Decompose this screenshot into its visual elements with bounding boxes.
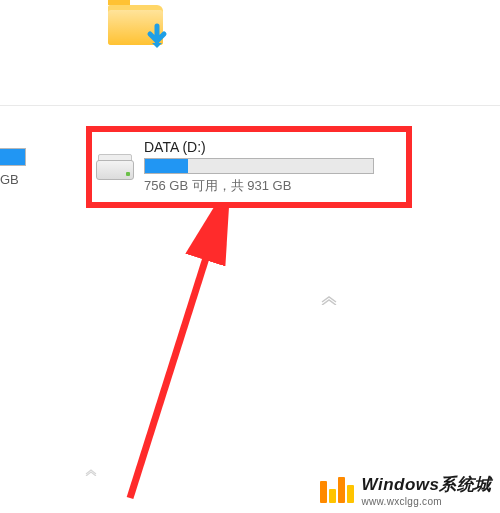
annotation-arrow-icon [90, 208, 270, 508]
small-chevron-icon [84, 463, 98, 479]
partial-drive-left[interactable]: GB [0, 148, 26, 187]
watermark-url: www.wxclgg.com [362, 496, 492, 507]
watermark-logo-icon [320, 477, 354, 503]
downloads-folder[interactable] [108, 0, 163, 45]
watermark-title: Windows系统城 [362, 473, 492, 496]
section-divider [0, 105, 500, 106]
usage-bar-fill [145, 159, 188, 173]
expand-chevron-icon[interactable] [320, 289, 338, 310]
usage-bar [144, 158, 374, 174]
drive-label: DATA (D:) [144, 139, 398, 155]
partial-usage-text: GB [0, 172, 26, 187]
partial-usage-bar [0, 148, 26, 166]
drive-data-d[interactable]: DATA (D:) 756 GB 可用，共 931 GB [144, 139, 398, 195]
download-arrow-icon [143, 23, 171, 51]
folder-icon [108, 0, 163, 45]
svg-line-0 [130, 220, 218, 498]
drive-icon [96, 154, 134, 180]
usage-text: 756 GB 可用，共 931 GB [144, 177, 398, 195]
watermark: Windows系统城 www.wxclgg.com [320, 473, 492, 507]
highlight-annotation-box: DATA (D:) 756 GB 可用，共 931 GB [86, 126, 412, 208]
